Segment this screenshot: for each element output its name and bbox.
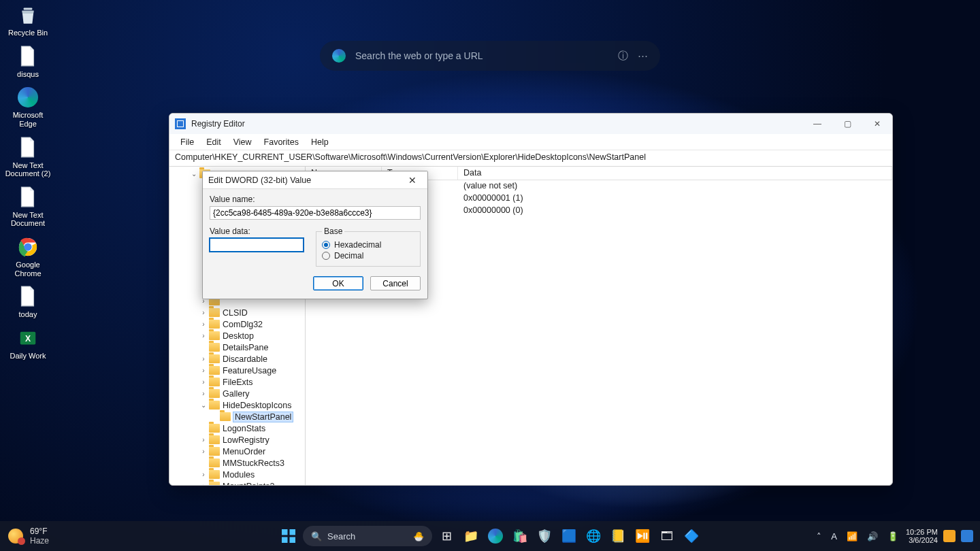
edge-icon [332, 49, 346, 63]
tree-node[interactable]: ⌄HideDesktopIcons [169, 399, 305, 411]
menu-edit[interactable]: Edit [201, 136, 227, 148]
ok-button[interactable]: OK [313, 276, 363, 290]
tree-node[interactable]: ›MountPoints2 [169, 480, 305, 485]
app-icon-2[interactable]: 🗔 [657, 526, 677, 546]
taskbar: 69°F Haze 🔍 Search 🐣 ⊞ 📁 🛍️ 🛡️ 🟦 🌐 📒 ⏯️ … [0, 521, 980, 551]
excel-icon: X [16, 326, 40, 350]
menu-favorites[interactable]: Favorites [259, 136, 304, 148]
desktop-icon-label: disqus [17, 70, 39, 79]
chrome-taskbar-icon[interactable]: 🌐 [583, 526, 604, 546]
app-icon[interactable]: 🟦 [559, 526, 579, 546]
minimize-button[interactable]: — [802, 114, 832, 134]
close-button[interactable]: ✕ [862, 114, 892, 134]
tree-node[interactable]: MMStuckRects3 [169, 457, 305, 469]
dialog-titlebar[interactable]: Edit DWORD (32-bit) Value ✕ [203, 171, 427, 189]
desktop-icon-daily-work[interactable]: X Daily Work [4, 326, 52, 361]
desktop-icon-label: Google Chrome [4, 261, 52, 278]
desktop-icon-label: Recycle Bin [8, 29, 48, 37]
notification-badge[interactable] [943, 530, 956, 542]
battery-icon[interactable]: 🔋 [885, 531, 900, 541]
svg-rect-0 [24, 7, 33, 10]
desktop-icon-label: today [19, 310, 37, 319]
tree-node[interactable]: ›FeatureUsage [169, 365, 305, 376]
help-icon[interactable]: ⓘ [618, 50, 628, 63]
taskbar-right: ˄ A 📶 🔊 🔋 10:26 PM 3/6/2024 [815, 528, 980, 544]
tree-node[interactable]: ›ComDlg32 [169, 318, 305, 330]
desktop-icon-label: New Text Document (2) [4, 161, 52, 178]
tree-node[interactable]: LogonStats [169, 422, 305, 434]
tree-node[interactable]: ›Discardable [169, 353, 305, 365]
desktop-icon-label: New Text Document [4, 211, 52, 228]
maximize-button[interactable]: ▢ [832, 114, 862, 134]
menu-view[interactable]: View [228, 136, 257, 148]
volume-icon[interactable]: 🔊 [865, 531, 880, 541]
tree-node[interactable]: ›Desktop [169, 330, 305, 341]
radio-hex[interactable]: Hexadecimal [322, 240, 414, 250]
weather-icon [8, 529, 23, 544]
tree-node[interactable]: ›Modules [169, 469, 305, 480]
value-name-input[interactable] [210, 206, 421, 220]
radio-icon [322, 252, 330, 260]
svg-rect-9 [290, 537, 296, 544]
col-data[interactable]: Data [458, 167, 892, 180]
menu-help[interactable]: Help [306, 136, 334, 148]
language-icon[interactable]: A [829, 531, 839, 541]
edge-search-widget[interactable]: Search the web or type a URL ⓘ ⋯ [320, 41, 660, 71]
file-explorer-icon[interactable]: 📁 [461, 526, 481, 546]
copilot-icon[interactable] [961, 530, 973, 542]
taskbar-search[interactable]: 🔍 Search 🐣 [303, 526, 432, 546]
base-label: Base [322, 227, 344, 236]
radio-dec[interactable]: Decimal [322, 251, 414, 261]
desktop-icon-recycle-bin[interactable]: Recycle Bin [4, 3, 52, 37]
desktop-icon-new-text-2[interactable]: New Text Document (2) [4, 135, 52, 178]
close-icon[interactable]: ✕ [403, 175, 422, 186]
start-button[interactable] [278, 526, 299, 546]
svg-rect-7 [290, 529, 296, 535]
desktop-icon-label: Daily Work [10, 352, 46, 361]
value-name-label: Value name: [210, 195, 421, 204]
edge-icon [16, 85, 40, 110]
media-player-icon[interactable]: ⏯️ [632, 526, 653, 546]
notepad-icon[interactable]: 📒 [608, 526, 628, 546]
cancel-button[interactable]: Cancel [370, 276, 421, 290]
desktop-icons: Recycle Bin disqus Microsoft Edge New Te… [4, 3, 61, 367]
text-file-icon [16, 44, 40, 69]
taskbar-weather[interactable]: 69°F Haze [0, 527, 49, 546]
edge-search-placeholder: Search the web or type a URL [355, 50, 608, 61]
svg-text:X: X [25, 334, 31, 344]
desktop-icon-new-text[interactable]: New Text Document [4, 185, 52, 228]
dialog-title: Edit DWORD (32-bit) Value [208, 176, 311, 185]
security-icon[interactable]: 🛡️ [534, 526, 555, 546]
desktop-icon-today[interactable]: today [4, 284, 52, 319]
desktop-icon-disqus[interactable]: disqus [4, 44, 52, 79]
tree-node[interactable]: ›FileExts [169, 376, 305, 388]
address-bar[interactable]: Computer\HKEY_CURRENT_USER\Software\Micr… [169, 150, 892, 167]
weather-cond: Haze [30, 536, 49, 546]
wifi-icon[interactable]: 📶 [845, 531, 860, 541]
tree-node[interactable]: ›Gallery [169, 388, 305, 399]
edge-taskbar-icon[interactable] [485, 526, 506, 546]
chevron-up-icon[interactable]: ˄ [815, 531, 823, 541]
value-data-input[interactable] [210, 238, 304, 252]
app-icon-3[interactable]: 🔷 [681, 526, 702, 546]
desktop-icon-edge[interactable]: Microsoft Edge [4, 85, 52, 128]
tree-node[interactable]: NewStartPanel [169, 411, 305, 422]
store-icon[interactable]: 🛍️ [510, 526, 530, 546]
svg-rect-8 [282, 537, 288, 544]
regedit-window: Registry Editor — ▢ ✕ File Edit View Fav… [169, 113, 893, 486]
desktop-icon-chrome[interactable]: Google Chrome [4, 235, 52, 278]
tree-node[interactable]: ›CLSID [169, 307, 305, 318]
text-file-icon [16, 185, 40, 210]
regedit-icon [175, 118, 186, 129]
tree-node[interactable]: ›MenuOrder [169, 446, 305, 457]
search-icon: 🔍 [311, 531, 322, 541]
more-icon[interactable]: ⋯ [638, 50, 648, 62]
titlebar[interactable]: Registry Editor — ▢ ✕ [169, 114, 892, 134]
tree-node[interactable]: DetailsPane [169, 341, 305, 353]
task-view-icon[interactable]: ⊞ [436, 526, 457, 546]
desktop-icon-label: Microsoft Edge [4, 111, 52, 128]
tree-node[interactable]: ›LowRegistry [169, 434, 305, 446]
menu-file[interactable]: File [175, 136, 199, 148]
weather-temp: 69°F [30, 527, 49, 536]
taskbar-clock[interactable]: 10:26 PM 3/6/2024 [906, 528, 938, 544]
